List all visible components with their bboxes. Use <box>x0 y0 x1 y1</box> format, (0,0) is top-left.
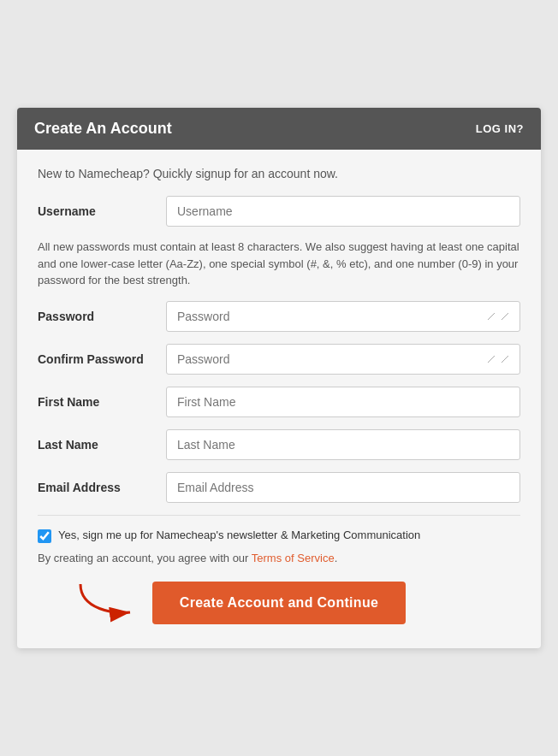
card-header: Create An Account LOG IN? <box>17 108 541 150</box>
terms-link[interactable]: Terms of Service <box>252 552 335 564</box>
arrow-icon <box>72 580 140 623</box>
submit-row: Create Account and Continue <box>38 582 520 624</box>
username-row: Username <box>38 196 520 227</box>
email-input-wrapper <box>166 472 520 503</box>
first-name-input[interactable] <box>166 387 520 417</box>
terms-text: By creating an account, you agree with o… <box>38 552 520 564</box>
newsletter-row: Yes, sign me up for Namecheap's newslett… <box>38 528 520 543</box>
password-toggle-icon[interactable]: ⟋⟋ <box>484 309 512 324</box>
email-row: Email Address <box>38 472 520 503</box>
divider <box>38 515 520 516</box>
confirm-password-input-wrapper: ⟋⟋ <box>166 344 520 375</box>
username-input[interactable] <box>166 196 520 227</box>
terms-prefix: By creating an account, you agree with o… <box>38 552 252 564</box>
password-input-wrapper: ⟋⟋ <box>166 301 520 332</box>
password-input[interactable] <box>166 301 520 332</box>
create-account-button[interactable]: Create Account and Continue <box>152 582 406 624</box>
newsletter-label: Yes, sign me up for Namecheap's newslett… <box>58 528 420 543</box>
username-label: Username <box>38 204 166 218</box>
password-label: Password <box>38 310 166 323</box>
card-body: New to Namecheap? Quickly signup for an … <box>17 150 541 648</box>
last-name-row: Last Name <box>38 429 520 460</box>
create-account-card: Create An Account LOG IN? New to Nameche… <box>17 108 541 648</box>
first-name-label: First Name <box>38 395 166 409</box>
newsletter-checkbox[interactable] <box>38 529 51 543</box>
last-name-input[interactable] <box>166 429 520 460</box>
terms-period: . <box>335 552 338 564</box>
confirm-password-input[interactable] <box>166 344 520 375</box>
arrow-container <box>72 580 140 626</box>
login-link[interactable]: LOG IN? <box>476 122 524 135</box>
confirm-password-toggle-icon[interactable]: ⟋⟋ <box>484 351 512 367</box>
username-input-wrapper <box>166 196 520 227</box>
card-title: Create An Account <box>34 120 172 138</box>
email-input[interactable] <box>166 472 520 503</box>
password-row: Password ⟋⟋ <box>38 301 520 332</box>
last-name-input-wrapper <box>166 429 520 460</box>
first-name-row: First Name <box>38 387 520 417</box>
last-name-label: Last Name <box>38 438 166 452</box>
intro-text: New to Namecheap? Quickly signup for an … <box>38 167 520 180</box>
confirm-password-row: Confirm Password ⟋⟋ <box>38 344 520 375</box>
first-name-input-wrapper <box>166 387 520 417</box>
confirm-password-label: Confirm Password <box>38 352 166 366</box>
password-hint: All new passwords must contain at least … <box>38 239 520 289</box>
email-label: Email Address <box>38 481 166 494</box>
